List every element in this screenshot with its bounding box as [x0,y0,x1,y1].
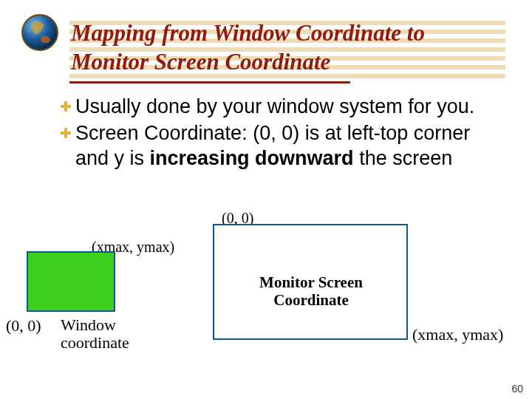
title-block: Mapping from Window Coordinate to Monito… [69,16,505,83]
window-coordinate-box [27,251,115,312]
globe-icon [21,13,59,52]
origin-label-left: (0, 0) [6,316,41,335]
list-item: Screen Coordinate: (0, 0) is at left-top… [61,121,504,171]
bullet-list: Usually done by your window system for y… [61,95,504,172]
title-underline [69,81,350,83]
list-item: Usually done by your window system for y… [61,95,504,120]
window-coordinate-label: Window coordinate [61,316,171,352]
list-text: Screen Coordinate: (0, 0) is at left-top… [75,121,504,171]
svg-point-0 [22,15,58,50]
bullet-icon [61,128,71,138]
list-text: Usually done by your window system for y… [75,95,474,120]
slide-title: Mapping from Window Coordinate to Monito… [71,19,501,77]
slide-number: 60 [511,383,523,395]
bullet-icon [61,101,71,112]
max-label-right: (xmax, ymax) [412,325,503,344]
monitor-coordinate-label: Monitor Screen Coordinate [241,273,381,309]
